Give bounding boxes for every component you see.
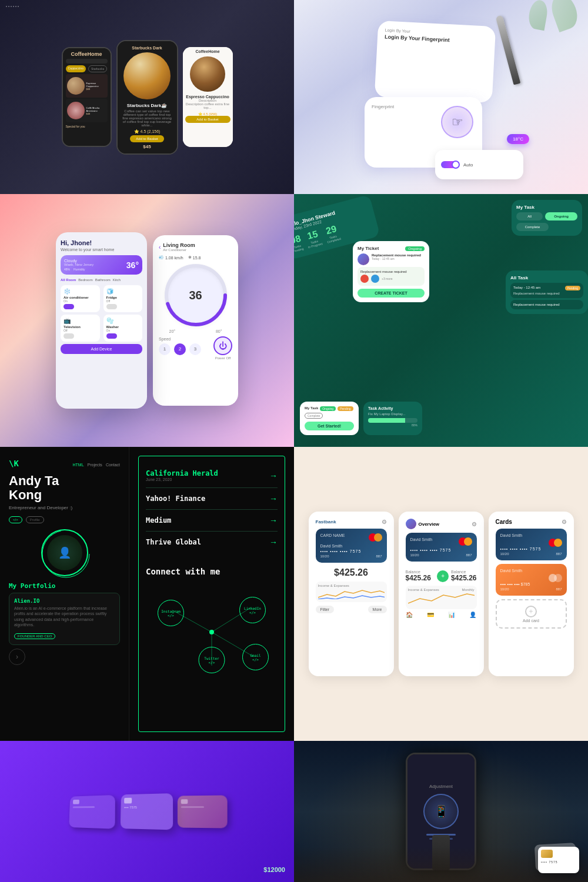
power-btn[interactable]: ⏻: [213, 336, 232, 355]
get-started-button[interactable]: Get Started!: [305, 422, 354, 430]
task-nav-items: All Ongoing Complete: [516, 212, 577, 231]
overview-user: Overview: [406, 519, 440, 529]
nav-ongoing[interactable]: Ongoing: [545, 212, 577, 220]
income-chart-svg: [408, 592, 475, 606]
device-login-section: Login By Your Login By Your Fingerprint …: [294, 0, 588, 194]
slider-card: Auto: [435, 150, 523, 179]
tv-icon: 📺: [64, 318, 97, 324]
ov-nav-chart[interactable]: 📊: [448, 612, 455, 618]
tab-bathroom[interactable]: Bathroom: [95, 278, 111, 282]
coffee-filter-cappuccino[interactable]: Cappuccino: [66, 65, 86, 72]
nav-all[interactable]: All: [516, 212, 543, 220]
connect-section: Connect with me Instagram </> LinkedIn: [139, 560, 285, 683]
tab-kitch[interactable]: Kitch: [113, 278, 121, 282]
ov-card-num: •••• •••• •••• 7575: [410, 548, 472, 552]
balance-label-right: Balance: [451, 570, 476, 574]
nav-link-2[interactable]: Projects: [88, 463, 102, 467]
washer-toggle[interactable]: [106, 333, 117, 339]
coffee-phone-left: CoffeeHome Cappuccino Starbucks Espresso…: [62, 47, 112, 147]
cc-card-number: •••• •••• •••• 7575: [320, 549, 382, 553]
coffee-phone-center: Starbucks Dark Starbucks Dark☕ Coffee ca…: [116, 40, 178, 155]
credit-card-overview: David Smith •••• •••• •••• 7575 10/20 88…: [406, 533, 477, 562]
cards-settings-icon[interactable]: ⚙: [562, 519, 567, 525]
fastbank-settings-icon[interactable]: ⚙: [382, 519, 387, 525]
add-device-button[interactable]: Add Device: [61, 344, 142, 354]
fridge-status: Off: [106, 299, 140, 303]
coffee-screen-right: CoffeeHome Espresso Cappuccino Descripti…: [183, 47, 233, 147]
filter-btn[interactable]: Filter: [316, 606, 335, 613]
center-node: [209, 630, 214, 634]
nav-link-1[interactable]: HTML: [73, 463, 84, 467]
speed-btn-3[interactable]: 3: [189, 343, 201, 355]
nav-complete[interactable]: Complete: [516, 223, 549, 231]
orange-card-bottom: 10/20 887: [500, 587, 562, 591]
more-btn[interactable]: More: [368, 606, 387, 613]
ticket-task-desc: Replacement mouse required: [360, 270, 422, 273]
mini-card-2-chip: [124, 798, 132, 804]
mini-card-2: •••• 7575: [120, 793, 172, 830]
star-3: [11, 6, 12, 7]
fastbank-header: Fastbank ⚙: [316, 519, 387, 525]
weather-temp: 36°: [126, 260, 139, 270]
ac-toggle[interactable]: [64, 304, 74, 309]
fridge-toggle[interactable]: [106, 304, 117, 309]
add-card-btn[interactable]: + Add card: [496, 599, 567, 629]
create-ticket-button[interactable]: CREATE TICKET: [358, 289, 425, 298]
stat-1-label: TasksPending: [294, 243, 304, 253]
tag-profile: Profile: [26, 516, 44, 523]
press-thrive-title: Thrive Global: [146, 538, 201, 546]
power-section: ⏻ Power Off: [213, 336, 232, 360]
portfolio-prev-btn[interactable]: ›: [9, 649, 25, 665]
star-1: [6, 6, 7, 7]
star-2: [8, 6, 9, 7]
coffee-filter-starbucks[interactable]: Starbucks: [88, 65, 107, 72]
task-fix-label: Fix My Laptop Display...: [368, 412, 417, 416]
ticket-avatars: +3 more: [360, 275, 422, 283]
press-item-left: California Herald June 23, 2020: [146, 469, 218, 482]
task-list-item-1[interactable]: Today - 12:45 am Pending Replacement mou…: [510, 283, 583, 298]
coffee-item-1[interactable]: EspressoCappuccino $68: [66, 74, 108, 98]
nav-link-3[interactable]: Contact: [106, 463, 120, 467]
press-item-thrive[interactable]: Thrive Global →: [146, 532, 278, 553]
coffee-item-2[interactable]: Caffè MochaAmericano $48: [66, 99, 108, 122]
ac-back-btn[interactable]: ‹: [159, 244, 161, 250]
dark-card-holder: David Smith: [500, 533, 562, 537]
star-field: [6, 6, 288, 7]
star-6: [18, 6, 19, 7]
device-fridge: 🧊 Fridge Off: [103, 285, 143, 312]
ac-room-sub: Air Conditioner: [163, 248, 195, 252]
income-label: Income & Expanses: [318, 584, 385, 587]
slider-track[interactable]: [441, 161, 459, 168]
press-item-california[interactable]: California Herald June 23, 2020 →: [146, 463, 278, 488]
speed-btn-1[interactable]: 1: [159, 343, 171, 355]
tv-toggle[interactable]: [64, 333, 74, 339]
ticket-task-time: Today - 12:45 am: [372, 257, 425, 260]
press-item-yahoo[interactable]: Yahoo! Finance →: [146, 488, 278, 510]
right-add-btn[interactable]: Add to Basket: [185, 116, 230, 123]
amount-green-label: $12000: [263, 866, 285, 873]
task-list-item-2[interactable]: Replacement mouse required: [510, 300, 583, 309]
portfolio-role: Entrepreneur and Developer :): [9, 505, 120, 510]
temp-display: 18°C: [507, 134, 529, 144]
ov-nav-user[interactable]: 👤: [469, 612, 476, 618]
speed-btn-2[interactable]: 2: [174, 343, 186, 355]
overview-settings-icon[interactable]: ⚙: [472, 521, 477, 527]
right-title: CoffeeHome: [185, 49, 230, 54]
press-item-medium[interactable]: Medium →: [146, 510, 278, 532]
device-row-2: 📺 Television Off 🫧 Washer On: [61, 315, 142, 342]
project-1-desc: Alien.io is an AI e-commerce platform th…: [14, 606, 115, 627]
portfolio-topbar: \K HTML Projects Contact: [9, 459, 120, 471]
weather-location: Waeb, New Jersey: [64, 263, 93, 266]
tab-allroom[interactable]: All Room: [61, 278, 76, 282]
tab-bedroom[interactable]: Bedroom: [78, 278, 92, 282]
portfolio-logo: \K: [9, 459, 19, 468]
fastbank-actions: Filter More: [316, 606, 387, 613]
coffee-search[interactable]: [66, 59, 108, 64]
stat-3: 29 TasksCompleted: [323, 223, 341, 243]
add-to-basket-btn[interactable]: Add to Basket: [130, 135, 163, 142]
ov-nav-home[interactable]: 🏠: [406, 612, 413, 618]
balance-left: Balance $425.26: [406, 570, 431, 582]
ov-nav-card[interactable]: 💳: [427, 612, 434, 618]
ov-cc-top: David Smith: [410, 537, 472, 546]
add-balance-btn[interactable]: +: [437, 570, 449, 582]
